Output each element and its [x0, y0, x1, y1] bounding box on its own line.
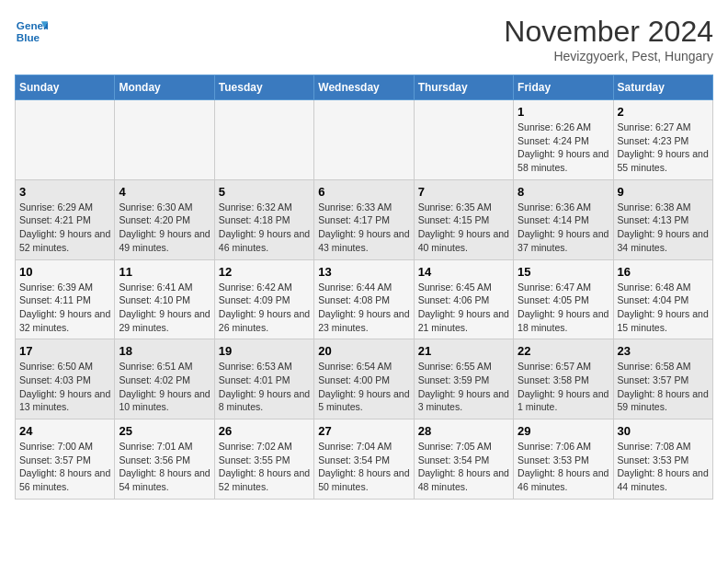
day-number: 11: [119, 265, 210, 279]
calendar-cell: 26Sunrise: 7:02 AM Sunset: 3:55 PM Dayli…: [214, 419, 313, 500]
day-number: 7: [418, 185, 509, 199]
week-row-1: 1Sunrise: 6:26 AM Sunset: 4:24 PM Daylig…: [16, 100, 713, 180]
day-number: 14: [418, 265, 509, 279]
day-number: 20: [318, 344, 409, 358]
calendar-cell: 29Sunrise: 7:06 AM Sunset: 3:53 PM Dayli…: [514, 419, 613, 500]
day-info: Sunrise: 6:30 AM Sunset: 4:20 PM Dayligh…: [119, 201, 210, 255]
day-number: 13: [318, 265, 409, 279]
day-number: 27: [318, 424, 409, 438]
calendar-cell: 10Sunrise: 6:39 AM Sunset: 4:11 PM Dayli…: [16, 259, 115, 339]
weekday-header-thursday: Thursday: [414, 75, 513, 100]
week-row-4: 17Sunrise: 6:50 AM Sunset: 4:03 PM Dayli…: [16, 339, 713, 419]
day-info: Sunrise: 7:02 AM Sunset: 3:55 PM Dayligh…: [219, 440, 310, 494]
day-info: Sunrise: 7:06 AM Sunset: 3:53 PM Dayligh…: [518, 440, 609, 494]
calendar-cell: [414, 100, 513, 180]
day-info: Sunrise: 6:50 AM Sunset: 4:03 PM Dayligh…: [19, 360, 110, 414]
calendar-cell: [314, 100, 414, 180]
calendar-cell: 27Sunrise: 7:04 AM Sunset: 3:54 PM Dayli…: [314, 419, 414, 500]
calendar-cell: 5Sunrise: 6:32 AM Sunset: 4:18 PM Daylig…: [214, 179, 313, 259]
day-number: 22: [518, 344, 609, 358]
day-info: Sunrise: 6:38 AM Sunset: 4:13 PM Dayligh…: [618, 201, 709, 255]
day-number: 9: [618, 185, 709, 199]
day-number: 21: [418, 344, 509, 358]
day-info: Sunrise: 7:08 AM Sunset: 3:53 PM Dayligh…: [618, 440, 709, 494]
day-number: 23: [618, 344, 709, 358]
header: General Blue November 2024 Hevizgyoerk, …: [15, 15, 713, 63]
day-info: Sunrise: 6:44 AM Sunset: 4:08 PM Dayligh…: [318, 281, 409, 335]
logo-icon: General Blue: [15, 15, 48, 48]
calendar-cell: 16Sunrise: 6:48 AM Sunset: 4:04 PM Dayli…: [613, 259, 712, 339]
weekday-header-sunday: Sunday: [16, 75, 115, 100]
day-info: Sunrise: 6:35 AM Sunset: 4:15 PM Dayligh…: [418, 201, 509, 255]
day-info: Sunrise: 6:27 AM Sunset: 4:23 PM Dayligh…: [618, 121, 709, 175]
day-info: Sunrise: 6:33 AM Sunset: 4:17 PM Dayligh…: [318, 201, 409, 255]
page-title: November 2024: [504, 15, 713, 49]
day-number: 26: [219, 424, 310, 438]
day-info: Sunrise: 6:42 AM Sunset: 4:09 PM Dayligh…: [219, 281, 310, 335]
calendar-cell: 6Sunrise: 6:33 AM Sunset: 4:17 PM Daylig…: [314, 179, 414, 259]
calendar-cell: 3Sunrise: 6:29 AM Sunset: 4:21 PM Daylig…: [16, 179, 115, 259]
calendar-cell: 12Sunrise: 6:42 AM Sunset: 4:09 PM Dayli…: [214, 259, 313, 339]
day-number: 2: [618, 105, 709, 119]
day-number: 8: [518, 185, 609, 199]
weekday-header-monday: Monday: [115, 75, 214, 100]
logo: General Blue: [15, 15, 48, 48]
calendar-cell: 18Sunrise: 6:51 AM Sunset: 4:02 PM Dayli…: [115, 339, 214, 419]
day-info: Sunrise: 6:57 AM Sunset: 3:58 PM Dayligh…: [518, 360, 609, 414]
weekday-header-row: SundayMondayTuesdayWednesdayThursdayFrid…: [16, 75, 713, 100]
day-info: Sunrise: 6:48 AM Sunset: 4:04 PM Dayligh…: [618, 281, 709, 335]
calendar-cell: 19Sunrise: 6:53 AM Sunset: 4:01 PM Dayli…: [214, 339, 313, 419]
day-info: Sunrise: 6:36 AM Sunset: 4:14 PM Dayligh…: [518, 201, 609, 255]
day-info: Sunrise: 7:05 AM Sunset: 3:54 PM Dayligh…: [418, 440, 509, 494]
calendar-cell: 15Sunrise: 6:47 AM Sunset: 4:05 PM Dayli…: [514, 259, 613, 339]
calendar-cell: 4Sunrise: 6:30 AM Sunset: 4:20 PM Daylig…: [115, 179, 214, 259]
weekday-header-tuesday: Tuesday: [214, 75, 313, 100]
calendar-cell: 25Sunrise: 7:01 AM Sunset: 3:56 PM Dayli…: [115, 419, 214, 500]
day-info: Sunrise: 6:29 AM Sunset: 4:21 PM Dayligh…: [19, 201, 110, 255]
day-info: Sunrise: 6:58 AM Sunset: 3:57 PM Dayligh…: [618, 360, 709, 414]
calendar-cell: 13Sunrise: 6:44 AM Sunset: 4:08 PM Dayli…: [314, 259, 414, 339]
calendar-cell: [16, 100, 115, 180]
day-number: 3: [19, 185, 110, 199]
calendar-cell: 7Sunrise: 6:35 AM Sunset: 4:15 PM Daylig…: [414, 179, 513, 259]
day-info: Sunrise: 6:54 AM Sunset: 4:00 PM Dayligh…: [318, 360, 409, 414]
calendar-cell: 30Sunrise: 7:08 AM Sunset: 3:53 PM Dayli…: [613, 419, 712, 500]
day-number: 18: [119, 344, 210, 358]
page-subtitle: Hevizgyoerk, Pest, Hungary: [504, 49, 713, 63]
day-number: 4: [119, 185, 210, 199]
calendar-cell: [214, 100, 313, 180]
day-info: Sunrise: 6:53 AM Sunset: 4:01 PM Dayligh…: [219, 360, 310, 414]
week-row-2: 3Sunrise: 6:29 AM Sunset: 4:21 PM Daylig…: [16, 179, 713, 259]
week-row-3: 10Sunrise: 6:39 AM Sunset: 4:11 PM Dayli…: [16, 259, 713, 339]
day-number: 24: [19, 424, 110, 438]
day-number: 16: [618, 265, 709, 279]
day-number: 6: [318, 185, 409, 199]
day-info: Sunrise: 6:47 AM Sunset: 4:05 PM Dayligh…: [518, 281, 609, 335]
calendar-cell: [115, 100, 214, 180]
day-info: Sunrise: 6:26 AM Sunset: 4:24 PM Dayligh…: [518, 121, 609, 175]
calendar-cell: 8Sunrise: 6:36 AM Sunset: 4:14 PM Daylig…: [514, 179, 613, 259]
day-number: 28: [418, 424, 509, 438]
svg-text:Blue: Blue: [17, 31, 40, 43]
calendar-cell: 21Sunrise: 6:55 AM Sunset: 3:59 PM Dayli…: [414, 339, 513, 419]
calendar-cell: 11Sunrise: 6:41 AM Sunset: 4:10 PM Dayli…: [115, 259, 214, 339]
calendar-cell: 20Sunrise: 6:54 AM Sunset: 4:00 PM Dayli…: [314, 339, 414, 419]
weekday-header-wednesday: Wednesday: [314, 75, 414, 100]
week-row-5: 24Sunrise: 7:00 AM Sunset: 3:57 PM Dayli…: [16, 419, 713, 500]
calendar-cell: 17Sunrise: 6:50 AM Sunset: 4:03 PM Dayli…: [16, 339, 115, 419]
day-info: Sunrise: 6:32 AM Sunset: 4:18 PM Dayligh…: [219, 201, 310, 255]
day-info: Sunrise: 7:04 AM Sunset: 3:54 PM Dayligh…: [318, 440, 409, 494]
day-number: 15: [518, 265, 609, 279]
calendar-table: SundayMondayTuesdayWednesdayThursdayFrid…: [15, 75, 713, 500]
day-number: 10: [19, 265, 110, 279]
day-number: 29: [518, 424, 609, 438]
weekday-header-friday: Friday: [514, 75, 613, 100]
calendar-cell: 1Sunrise: 6:26 AM Sunset: 4:24 PM Daylig…: [514, 100, 613, 180]
calendar-cell: 23Sunrise: 6:58 AM Sunset: 3:57 PM Dayli…: [613, 339, 712, 419]
title-area: November 2024 Hevizgyoerk, Pest, Hungary: [504, 15, 713, 63]
day-info: Sunrise: 6:45 AM Sunset: 4:06 PM Dayligh…: [418, 281, 509, 335]
day-number: 12: [219, 265, 310, 279]
day-info: Sunrise: 7:00 AM Sunset: 3:57 PM Dayligh…: [19, 440, 110, 494]
day-number: 17: [19, 344, 110, 358]
day-number: 30: [618, 424, 709, 438]
